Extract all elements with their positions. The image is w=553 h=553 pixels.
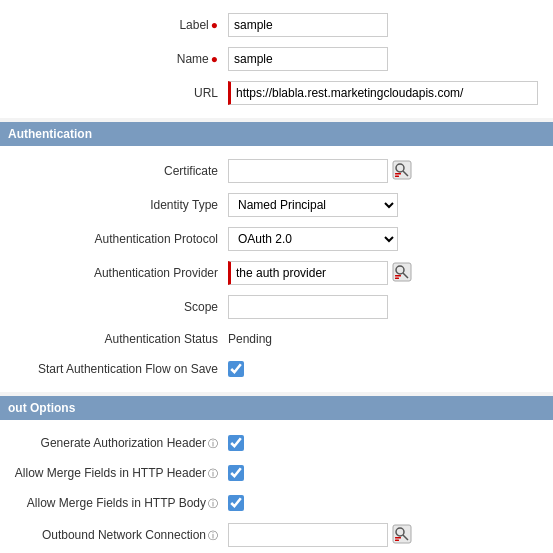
scope-row: Scope (0, 290, 553, 324)
certificate-row: Certificate (0, 154, 553, 188)
identity-type-label: Identity Type (8, 198, 228, 212)
auth-protocol-wrap: OAuth 2.0 OAuth 1.0 No Authentication Pa… (228, 227, 545, 251)
scope-wrap (228, 295, 545, 319)
svg-rect-8 (395, 275, 401, 277)
start-auth-flow-checkbox[interactable] (228, 361, 244, 377)
auth-provider-wrap (228, 261, 545, 285)
label-field-wrap (228, 13, 545, 37)
name-field-label: Name● (8, 52, 228, 66)
name-field-wrap (228, 47, 545, 71)
certificate-wrap (228, 159, 545, 183)
start-auth-flow-label: Start Authentication Flow on Save (8, 362, 228, 376)
allow-merge-http-header-row: Allow Merge Fields in HTTP Headerⓘ (0, 458, 553, 488)
outbound-network-label: Outbound Network Connectionⓘ (8, 528, 228, 543)
auth-status-value: Pending (228, 332, 272, 346)
allow-merge-http-header-info-icon: ⓘ (208, 468, 218, 479)
generate-auth-header-info-icon: ⓘ (208, 438, 218, 449)
auth-provider-input[interactable] (228, 261, 388, 285)
auth-status-wrap: Pending (228, 332, 545, 346)
certificate-label: Certificate (8, 164, 228, 178)
auth-provider-search-icon (392, 262, 412, 282)
certificate-search-icon (392, 160, 412, 180)
auth-protocol-label: Authentication Protocol (8, 232, 228, 246)
outbound-network-search-button[interactable] (392, 524, 412, 547)
generate-auth-header-row: Generate Authorization Headerⓘ (0, 428, 553, 458)
allow-merge-http-header-wrap (228, 465, 545, 481)
label-input[interactable] (228, 13, 388, 37)
url-field-wrap (228, 81, 545, 105)
allow-merge-http-body-info-icon: ⓘ (208, 498, 218, 509)
identity-type-select[interactable]: Named Principal Legacy Per User (228, 193, 398, 217)
identity-type-row: Identity Type Named Principal Legacy Per… (0, 188, 553, 222)
label-row: Label● (0, 8, 553, 42)
certificate-input[interactable] (228, 159, 388, 183)
generate-auth-header-wrap (228, 435, 545, 451)
allow-merge-http-body-row: Allow Merge Fields in HTTP Bodyⓘ (0, 488, 553, 518)
name-row: Name● (0, 42, 553, 76)
url-input[interactable] (228, 81, 538, 105)
auth-status-label: Authentication Status (8, 332, 228, 346)
auth-provider-search-button[interactable] (392, 262, 412, 285)
auth-provider-label: Authentication Provider (8, 266, 228, 280)
svg-rect-14 (395, 539, 399, 541)
scope-input[interactable] (228, 295, 388, 319)
generate-auth-header-checkbox[interactable] (228, 435, 244, 451)
start-auth-flow-wrap (228, 361, 545, 377)
svg-rect-4 (395, 175, 399, 177)
scope-label: Scope (8, 300, 228, 314)
name-input[interactable] (228, 47, 388, 71)
auth-protocol-row: Authentication Protocol OAuth 2.0 OAuth … (0, 222, 553, 256)
authentication-section-header: Authentication (0, 122, 553, 146)
identity-type-wrap: Named Principal Legacy Per User (228, 193, 545, 217)
callout-options-section-header: out Options (0, 396, 553, 420)
outbound-network-input[interactable] (228, 523, 388, 547)
auth-status-row: Authentication Status Pending (0, 324, 553, 354)
label-field-label: Label● (8, 18, 228, 32)
url-field-label: URL (8, 86, 228, 100)
svg-rect-13 (395, 537, 401, 539)
svg-rect-9 (395, 277, 399, 279)
svg-rect-3 (395, 173, 401, 175)
outbound-network-wrap (228, 523, 545, 547)
allow-merge-http-header-label: Allow Merge Fields in HTTP Headerⓘ (8, 466, 228, 481)
auth-provider-row: Authentication Provider (0, 256, 553, 290)
auth-protocol-select[interactable]: OAuth 2.0 OAuth 1.0 No Authentication Pa… (228, 227, 398, 251)
allow-merge-http-header-checkbox[interactable] (228, 465, 244, 481)
generate-auth-header-label: Generate Authorization Headerⓘ (8, 436, 228, 451)
outbound-network-search-icon (392, 524, 412, 544)
allow-merge-http-body-label: Allow Merge Fields in HTTP Bodyⓘ (8, 496, 228, 511)
allow-merge-http-body-checkbox[interactable] (228, 495, 244, 511)
certificate-search-button[interactable] (392, 160, 412, 183)
url-row: URL (0, 76, 553, 110)
start-auth-flow-row: Start Authentication Flow on Save (0, 354, 553, 384)
outbound-network-row: Outbound Network Connectionⓘ (0, 518, 553, 552)
allow-merge-http-body-wrap (228, 495, 545, 511)
outbound-network-info-icon: ⓘ (208, 530, 218, 541)
